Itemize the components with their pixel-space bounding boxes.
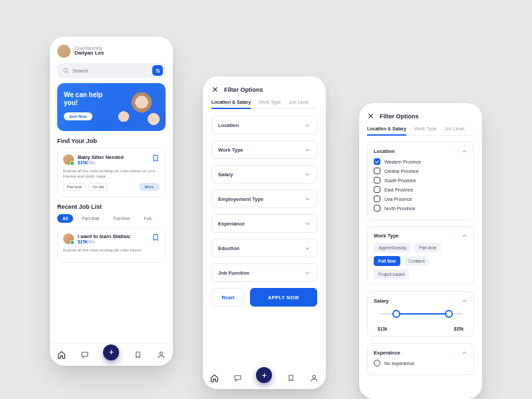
search-input[interactable] <box>72 68 152 74</box>
dropdown-work-type[interactable]: Work Type <box>211 140 317 159</box>
chip-contract[interactable]: Contarct <box>404 256 429 266</box>
chat-icon[interactable] <box>80 350 89 359</box>
dropdown-employment-type[interactable]: Employement Type <box>211 190 317 208</box>
chevron-up-icon[interactable] <box>462 233 467 239</box>
home-screen: Good Morning Daliyan Lee We can help you… <box>50 37 173 366</box>
bookmark-nav-icon[interactable] <box>287 374 295 382</box>
chevron-down-icon <box>305 147 311 153</box>
chevron-down-icon <box>305 196 311 202</box>
bottom-nav <box>203 366 326 389</box>
chevron-down-icon <box>305 270 311 276</box>
salary-min: $13k <box>378 327 387 331</box>
checkbox-row[interactable]: Uva Province <box>374 196 467 202</box>
pill-full-time[interactable]: Full-time <box>108 214 136 223</box>
radio-row[interactable]: No experience <box>374 360 467 366</box>
add-button[interactable] <box>103 344 119 360</box>
checkbox-row[interactable]: North Province <box>374 205 467 211</box>
more-button[interactable]: More <box>139 183 160 191</box>
checkbox-row[interactable]: Western Province <box>374 158 467 165</box>
bookmark-icon[interactable] <box>152 233 160 241</box>
location-panel: Location Western Province Central Provin… <box>367 142 474 220</box>
pill-all[interactable]: All <box>57 214 73 223</box>
checkbox[interactable] <box>374 186 380 193</box>
close-icon[interactable] <box>367 112 374 120</box>
pill-part-time[interactable]: Part-time <box>76 214 104 223</box>
job-avatar <box>63 154 74 165</box>
pill-full[interactable]: Full- <box>139 214 158 223</box>
job-card[interactable]: I want to learn Statisic $15K/Mo Explore… <box>57 227 166 263</box>
dropdown-location[interactable]: Location <box>211 116 317 134</box>
job-tag: On site <box>88 183 108 191</box>
job-card[interactable]: Baby Sitter Needed $15K/Mo Explore all t… <box>57 148 166 197</box>
tab-job-level[interactable]: Job Level <box>289 100 309 108</box>
experience-title: Experaince <box>374 350 400 356</box>
salary-slider[interactable] <box>374 308 467 327</box>
checkbox-checked[interactable] <box>374 158 380 165</box>
tab-location-salary[interactable]: Location & Salary <box>367 126 406 136</box>
hero-banner: We can help you! Join Now <box>57 83 166 131</box>
chip-project-based[interactable]: Project-based <box>374 269 409 279</box>
greeting-row: Good Morning Daliyan Lee <box>57 45 166 58</box>
chevron-up-icon[interactable] <box>462 350 467 356</box>
slider-handle-max[interactable] <box>445 310 453 318</box>
checkbox-row[interactable]: East Province <box>374 186 467 193</box>
chat-icon[interactable] <box>233 374 242 382</box>
salary-max: $25k <box>454 327 464 331</box>
checkbox[interactable] <box>374 177 380 184</box>
chevron-up-icon[interactable] <box>462 298 467 304</box>
filter-options-screen: Filter Options Location & Salary Work Ty… <box>203 76 326 389</box>
profile-icon[interactable] <box>157 350 166 359</box>
svg-point-4 <box>156 69 158 70</box>
job-avatar <box>63 233 74 244</box>
dropdown-salary[interactable]: Salary <box>211 165 317 184</box>
job-desc: Explore all the most exciting job roles … <box>63 168 160 179</box>
svg-point-13 <box>313 375 315 378</box>
dropdown-job-function[interactable]: Job Function <box>211 263 317 282</box>
user-name: Daliyan Lee <box>74 51 104 57</box>
close-icon[interactable] <box>211 86 219 93</box>
filter-button[interactable] <box>152 65 163 76</box>
dropdown-experience[interactable]: Experiance <box>211 214 317 233</box>
dropdown-education[interactable]: Eduction <box>211 239 317 257</box>
checkbox-row[interactable]: South Province <box>374 177 467 184</box>
recent-filter-pills: All Part-time Full-time Full- <box>57 214 166 223</box>
svg-point-5 <box>158 71 159 72</box>
chip-full-time[interactable]: Full time <box>374 256 400 266</box>
svg-line-1 <box>67 72 68 73</box>
experience-panel: Experaince No experience <box>367 343 474 375</box>
chip-part-time[interactable]: Part-time <box>414 243 441 253</box>
chevron-down-icon <box>305 221 311 227</box>
avatar[interactable] <box>57 45 70 58</box>
radio[interactable] <box>374 360 380 366</box>
checkbox[interactable] <box>374 196 380 202</box>
apply-now-button[interactable]: APPLY NOW <box>250 288 317 307</box>
slider-handle-min[interactable] <box>392 310 400 318</box>
checkbox-row[interactable]: Central Province <box>374 168 467 174</box>
add-button[interactable] <box>256 367 272 383</box>
filter-expanded-screen: Filter Options Location & Salary Work Ty… <box>359 103 482 399</box>
tab-location-salary[interactable]: Location & Salary <box>211 100 251 109</box>
search-bar[interactable] <box>57 63 166 78</box>
bookmark-nav-icon[interactable] <box>134 350 142 359</box>
bookmark-icon[interactable] <box>152 154 160 162</box>
chip-apprenticeship[interactable]: Apprenticeship <box>374 243 411 253</box>
reset-button[interactable]: Reset <box>211 288 245 307</box>
checkbox[interactable] <box>374 205 380 211</box>
plus-icon <box>261 372 268 379</box>
join-now-button[interactable]: Join Now <box>64 112 92 120</box>
work-type-title: Work Type <box>374 233 399 239</box>
plus-icon <box>108 348 115 356</box>
tab-job-level[interactable]: Job Level <box>444 126 464 135</box>
home-icon[interactable] <box>210 374 219 382</box>
job-salary: $15K/Mo <box>78 239 130 244</box>
profile-icon[interactable] <box>310 374 319 382</box>
job-title: Baby Sitter Needed <box>78 154 124 160</box>
checkbox[interactable] <box>374 168 380 174</box>
chevron-up-icon[interactable] <box>462 148 467 154</box>
tab-work-type[interactable]: Work Type <box>259 100 281 108</box>
home-icon[interactable] <box>57 350 66 359</box>
search-icon <box>63 67 69 74</box>
work-type-panel: Work Type Apprenticeship Part-time Full … <box>367 226 474 285</box>
svg-point-0 <box>64 68 68 72</box>
tab-work-type[interactable]: Work Type <box>414 126 436 135</box>
